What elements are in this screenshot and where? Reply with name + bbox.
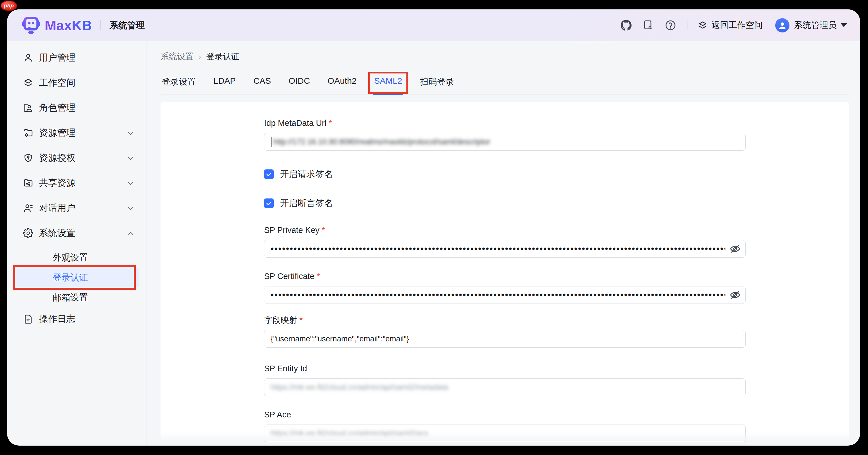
tab-oauth2[interactable]: OAuth2 (327, 76, 358, 94)
blurred-value: https://mk-ee.fit2cloud.cn/admin/api/sam… (271, 383, 448, 392)
sidebar-subitem-email-settings[interactable]: 邮箱设置 (16, 288, 139, 307)
header-divider (100, 20, 101, 30)
tab-ldap[interactable]: LDAP (212, 76, 237, 94)
folder-gear-icon (23, 128, 33, 138)
saml2-form: Idp MetaData Url* http://172.16.10.90:80… (264, 102, 746, 442)
sidebar-subitem-appearance-settings[interactable]: 外观设置 (16, 248, 139, 267)
tab-label: SAML2 (374, 76, 402, 85)
user-name[interactable]: 系统管理员 (794, 19, 837, 31)
sidebar-item-operation-logs[interactable]: 操作日志 (16, 309, 139, 329)
header-left: MaxKB 系统管理 (22, 16, 145, 34)
field-mapping-value: {"username":"username","email":"email"} (271, 335, 409, 343)
back-to-workspace-button[interactable]: 返回工作空间 (698, 19, 763, 31)
app-title: 系统管理 (110, 19, 145, 31)
sidebar-item-chat-users[interactable]: 对话用户 (16, 198, 139, 218)
field-label: SP Ace (264, 410, 746, 419)
field-sp-certificate: SP Certificate* ••••••••••••••••••••••••… (264, 271, 746, 304)
masked-password-value: ••••••••••••••••••••••••••••••••••••••••… (271, 290, 725, 300)
required-asterisk: * (317, 272, 320, 281)
sidebar-subitem-label: 外观设置 (53, 252, 88, 264)
field-label: 字段映射* (264, 315, 746, 325)
back-to-workspace-label: 返回工作空间 (711, 19, 763, 31)
sidebar-item-label: 系统设置 (39, 227, 75, 239)
field-idp-metadata-url: Idp MetaData Url* http://172.16.10.90:80… (264, 118, 746, 151)
sidebar-item-label: 工作空间 (39, 77, 75, 89)
chevron-down-icon (127, 129, 134, 137)
field-label-text: SP Private Key (264, 225, 319, 235)
sidebar-item-label: 资源管理 (39, 127, 75, 139)
sidebar-item-label: 资源授权 (39, 152, 75, 164)
checkbox-label[interactable]: 开启断言签名 (280, 197, 333, 209)
text-cursor (271, 137, 272, 147)
tab-cas[interactable]: CAS (252, 76, 272, 94)
auth-tabs: 登录设置 LDAP CAS OIDC OAuth2 SAML2 扫码登录 (160, 76, 849, 95)
header-divider (688, 21, 688, 30)
field-label-text: 字段映射 (264, 315, 297, 325)
sp-entity-id-input[interactable]: https://mk-ee.fit2cloud.cn/admin/api/sam… (264, 378, 746, 396)
blurred-value: https://mk-ee.fit2cloud.cn/admin/api/sam… (271, 429, 428, 438)
shield-key-icon (23, 153, 33, 163)
sidebar-subitem-label: 邮箱设置 (53, 292, 88, 304)
app-body: 用户管理 工作空间 角色管理 资源管理 (7, 41, 860, 446)
eye-off-icon[interactable] (730, 289, 741, 301)
user-chat-icon (23, 203, 33, 213)
sidebar-item-label: 角色管理 (39, 102, 75, 114)
sidebar-item-label: 共享资源 (39, 177, 75, 189)
checkbox-checked[interactable] (264, 199, 274, 208)
docs-icon[interactable] (643, 20, 654, 31)
breadcrumb-parent[interactable]: 系统设置 (160, 51, 193, 62)
tab-saml2[interactable]: SAML2 (373, 76, 403, 94)
chevron-down-icon (127, 154, 134, 162)
help-icon[interactable] (665, 20, 676, 31)
tab-oidc[interactable]: OIDC (287, 76, 311, 94)
sidebar-subitem-login-authentication[interactable]: 登录认证 (16, 268, 139, 287)
blurred-value: http://172.16.10.90:8080/realms/maxkb/pr… (273, 138, 490, 146)
sign-request-checkbox-row: 开启请求签名 (264, 168, 746, 180)
avatar[interactable] (775, 18, 789, 32)
sign-assertion-checkbox-row: 开启断言签名 (264, 197, 746, 209)
required-asterisk: * (322, 225, 325, 235)
sidebar-item-user-management[interactable]: 用户管理 (16, 48, 139, 68)
sidebar-item-system-settings[interactable]: 系统设置 (16, 223, 139, 243)
required-asterisk: * (329, 118, 332, 127)
sidebar-item-shared-resources[interactable]: 共享资源 (16, 173, 139, 193)
sidebar-item-resource-authorization[interactable]: 资源授权 (16, 148, 139, 168)
field-label: SP Certificate* (264, 271, 746, 281)
field-mapping-input[interactable]: {"username":"username","email":"email"} (264, 330, 746, 348)
checkbox-checked[interactable] (264, 170, 274, 179)
tab-label: OAuth2 (328, 76, 356, 85)
sidebar-item-label: 对话用户 (39, 202, 75, 214)
sp-certificate-input[interactable]: ••••••••••••••••••••••••••••••••••••••••… (264, 286, 746, 304)
caret-down-icon[interactable] (841, 23, 847, 27)
checkbox-label[interactable]: 开启请求签名 (280, 168, 333, 180)
tab-qr-login[interactable]: 扫码登录 (418, 76, 455, 94)
field-sp-private-key: SP Private Key* ••••••••••••••••••••••••… (264, 225, 746, 258)
field-label-text: SP Ace (264, 410, 291, 419)
active-tab-underline (373, 93, 403, 95)
masked-password-value: ••••••••••••••••••••••••••••••••••••••••… (271, 244, 725, 254)
sp-ace-input[interactable]: https://mk-ee.fit2cloud.cn/admin/api/sam… (264, 425, 746, 442)
sidebar-item-workspace[interactable]: 工作空间 (16, 72, 139, 93)
tab-label: 登录设置 (162, 77, 196, 86)
field-label-text: SP Certificate (264, 272, 314, 281)
sidebar-item-role-management[interactable]: 角色管理 (16, 98, 139, 118)
field-label: Idp MetaData Url* (264, 118, 746, 128)
top-header: MaxKB 系统管理 (7, 9, 860, 41)
header-right: 返回工作空间 系统管理员 (610, 18, 847, 32)
php-overlay-badge: php (1, 1, 17, 11)
sp-private-key-input[interactable]: ••••••••••••••••••••••••••••••••••••••••… (264, 240, 746, 258)
maxkb-robot-logo-icon (22, 16, 40, 34)
eye-off-icon[interactable] (730, 243, 741, 254)
tab-login-settings[interactable]: 登录设置 (160, 76, 197, 94)
chevron-up-icon (127, 229, 134, 237)
sidebar-item-resource-management[interactable]: 资源管理 (16, 123, 139, 143)
gear-icon (23, 228, 33, 238)
field-label-text: SP Entity Id (264, 364, 307, 373)
layers-icon (23, 78, 33, 88)
user-icon (23, 53, 33, 63)
field-label: SP Entity Id (264, 364, 746, 373)
maxkb-logo-text[interactable]: MaxKB (45, 18, 92, 33)
github-icon[interactable] (620, 20, 632, 31)
idp-metadata-url-input[interactable]: http://172.16.10.90:8080/realms/maxkb/pr… (264, 133, 746, 151)
breadcrumb: 系统设置 › 登录认证 (160, 51, 849, 62)
